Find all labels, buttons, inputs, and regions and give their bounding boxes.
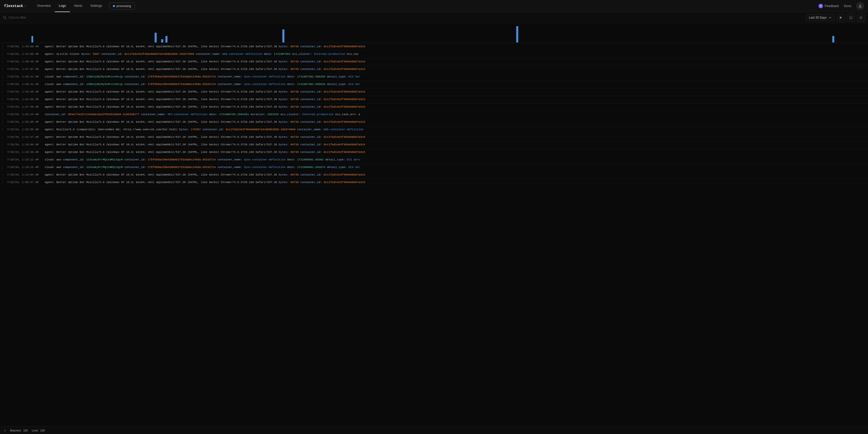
table-row[interactable]: ⋮ 7/15/24, 1:15:46 AM agent: Better Upti… (0, 149, 868, 156)
histogram-bar (31, 36, 33, 42)
histogram-bar (185, 42, 187, 42)
row-menu[interactable]: ⋮ (0, 52, 5, 56)
row-menu[interactable]: ⋮ (0, 105, 5, 109)
filter-search[interactable]: Click to filter (3, 16, 804, 19)
histogram-bar (341, 42, 343, 42)
nav-item-settings[interactable]: Settings (86, 0, 106, 12)
histogram-bar (774, 42, 776, 42)
histogram-bar (633, 42, 635, 42)
row-menu[interactable]: ⋮ (0, 180, 5, 185)
row-menu[interactable]: ⋮ (0, 135, 5, 139)
processing-button[interactable]: processing (109, 2, 135, 9)
table-row[interactable]: ⋮ 7/15/24, 1:33:46 AM agent: Better Upti… (0, 89, 868, 96)
histogram-bar (246, 42, 248, 42)
row-menu[interactable]: ⋮ (0, 90, 5, 94)
histogram-bar (57, 42, 59, 42)
brand-logo[interactable]: flexstack ▾ (4, 4, 26, 8)
histogram-bar (142, 42, 144, 42)
histogram-bar (126, 42, 128, 42)
table-row[interactable]: ⋮ 7/15/24, 1:25:09 AM agent: Better Upti… (0, 119, 868, 126)
feedback-button[interactable]: ✦ Feedback (818, 4, 839, 8)
table-row[interactable]: ⋮ 7/15/24, 1:36:41 AM cloud: aws compone… (0, 81, 868, 89)
row-menu[interactable]: ⋮ (0, 67, 5, 71)
histogram-bar (696, 42, 698, 42)
histogram-bar (652, 42, 654, 42)
row-menu[interactable]: ⋮ (0, 82, 5, 87)
nav-item-logs[interactable]: Logs (55, 0, 70, 12)
histogram-bar (49, 42, 51, 42)
histogram-bar (256, 42, 258, 42)
histogram-bar (55, 42, 57, 42)
table-row[interactable]: ⋮ 7/15/24, 1:21:47 AM agent: Better Upti… (0, 134, 868, 141)
row-menu[interactable]: ⋮ (0, 120, 5, 124)
histogram-bar (681, 42, 683, 42)
histogram-bar (373, 42, 375, 42)
docs-link[interactable]: Docs (844, 4, 851, 8)
bell-button[interactable] (847, 13, 855, 22)
row-menu[interactable]: ⋮ (0, 113, 5, 117)
histogram-bar (523, 42, 525, 42)
settings-button[interactable] (857, 13, 865, 22)
row-menu[interactable]: ⋮ (0, 158, 5, 162)
histogram-bar (332, 42, 334, 42)
table-row[interactable]: ⋮ 7/15/24, 1:15:12 AM cloud: aws compone… (0, 164, 868, 172)
play-button[interactable] (837, 13, 845, 22)
row-menu[interactable]: ⋮ (0, 143, 5, 147)
histogram-bar (5, 42, 7, 42)
histogram-bar (490, 42, 492, 42)
table-row[interactable]: ⋮ 7/15/24, 1:19:04 AM agent: Better Upti… (0, 141, 868, 149)
table-row[interactable]: ⋮ 7/15/24, 1:27:48 AM agent: Better Upti… (0, 103, 868, 111)
histogram-bar (217, 42, 219, 42)
table-row[interactable]: ⋮ 7/15/24, 1:31:09 AM agent: Better Upti… (0, 96, 868, 103)
histogram-bar (748, 42, 750, 42)
table-row[interactable]: ⋮ 7/15/24, 1:43:09 AM agent: Better Upti… (0, 43, 868, 51)
histogram-bar (850, 42, 851, 42)
log-message: agent: Better Uptime Bot Mozilla/5.0 (Wi… (43, 67, 868, 71)
log-timestamp: 7/15/24, 1:36:41 AM (5, 75, 43, 79)
row-menu[interactable]: ⋮ (0, 150, 5, 154)
histogram-bar (14, 42, 16, 42)
histogram-bar (352, 42, 354, 42)
log-message: agent: Better Uptime Bot Mozilla/5.0 (Wi… (43, 97, 868, 101)
histogram-bar (687, 42, 689, 42)
histogram-bar (345, 42, 347, 42)
histogram-bar (581, 42, 583, 42)
table-row[interactable]: ⋮ 7/15/24, 1:25:24 AM container_id: 954a… (0, 111, 868, 119)
histogram-bar (477, 42, 479, 42)
row-menu[interactable]: ⋮ (0, 165, 5, 169)
histogram-bar (746, 42, 748, 42)
log-timestamp: 7/15/24, 1:15:12 AM (5, 158, 43, 162)
histogram-bar (499, 42, 501, 42)
row-menu[interactable]: ⋮ (0, 173, 5, 177)
row-menu[interactable]: ⋮ (0, 44, 5, 49)
table-row[interactable]: ⋮ 7/15/24, 1:25:05 AM agent: Mozilla/5.0… (0, 126, 868, 134)
row-menu[interactable]: ⋮ (0, 75, 5, 79)
table-row[interactable]: ⋮ 7/15/24, 1:15:12 AM cloud: aws compone… (0, 156, 868, 164)
histogram-bar (211, 42, 213, 42)
histogram-bar (62, 42, 64, 42)
table-row[interactable]: ⋮ 7/15/24, 1:36:41 AM cloud: aws compone… (0, 73, 868, 81)
histogram-bar (769, 42, 771, 42)
table-row[interactable]: ⋮ 7/15/24, 1:13:04 AM agent: Better Upti… (0, 172, 868, 179)
histogram-bar (389, 42, 391, 42)
table-row[interactable]: ⋮ 7/15/24, 1:09:47 AM agent: Better Upti… (0, 179, 868, 187)
table-row[interactable]: ⋮ 7/15/24, 1:39:46 AM agent: Better Upti… (0, 58, 868, 66)
nav-item-overview[interactable]: Overview (33, 0, 55, 12)
histogram-bar (538, 42, 540, 42)
histogram-bar (270, 42, 272, 42)
row-menu[interactable]: ⋮ (0, 127, 5, 132)
table-row[interactable]: ⋮ 7/15/24, 1:41:05 AM agent: ALittle Cli… (0, 51, 868, 58)
log-message: agent: Better Uptime Bot Mozilla/5.0 (Wi… (43, 150, 868, 154)
nav-item-alerts[interactable]: Alerts (70, 0, 86, 12)
histogram-bar (194, 42, 196, 42)
log-message: agent: Better Uptime Bot Mozilla/5.0 (Wi… (43, 60, 868, 64)
row-menu[interactable]: ⋮ (0, 60, 5, 64)
row-menu[interactable]: ⋮ (0, 97, 5, 101)
histogram-bar (545, 42, 547, 42)
user-avatar[interactable] (857, 2, 864, 10)
histogram-bar (181, 42, 183, 42)
date-range-picker[interactable]: Last 30 Days (806, 14, 835, 21)
histogram-bar (492, 42, 494, 42)
table-row[interactable]: ⋮ 7/15/24, 1:37:07 AM agent: Better Upti… (0, 66, 868, 73)
histogram-bar (228, 42, 230, 42)
